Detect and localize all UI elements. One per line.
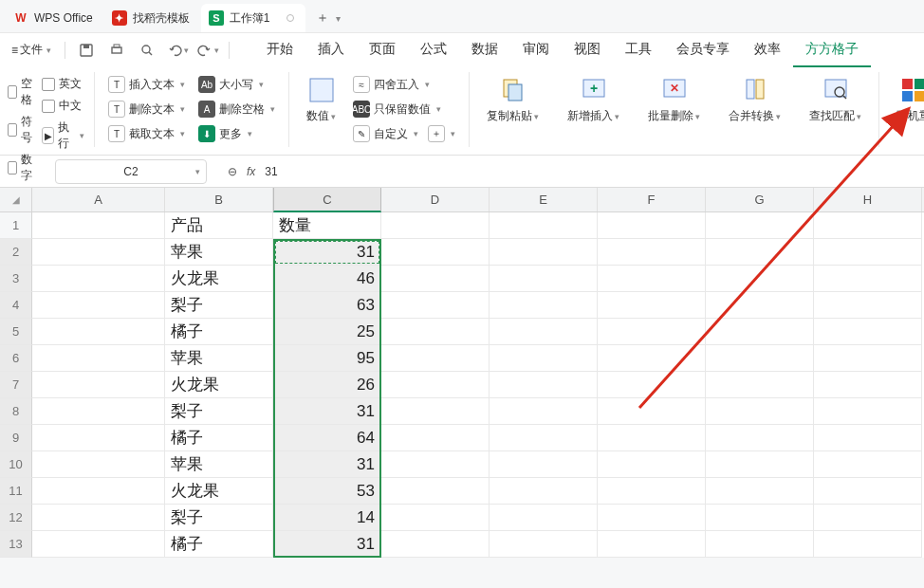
cell-C12[interactable]: 14 xyxy=(273,505,381,531)
cell-B8[interactable]: 梨子 xyxy=(165,398,273,425)
cell-A3[interactable] xyxy=(32,266,165,292)
tab-template[interactable]: ✦ 找稻壳模板 xyxy=(104,4,201,32)
cell-B12[interactable]: 梨子 xyxy=(165,505,273,531)
cell-C4[interactable]: 63 xyxy=(273,292,381,319)
cell-F13[interactable] xyxy=(598,531,706,558)
cell-A5[interactable] xyxy=(32,319,165,345)
cell-E9[interactable] xyxy=(490,425,598,451)
cell-reference-box[interactable]: C2 ▾ xyxy=(55,159,207,184)
btn-keep-values[interactable]: ABC只保留数值▾ xyxy=(349,99,459,119)
cell-E5[interactable] xyxy=(490,319,598,345)
cell-H10[interactable] xyxy=(814,451,922,478)
cell-C13[interactable]: 31 xyxy=(273,531,381,558)
cell-D10[interactable] xyxy=(381,451,490,478)
menu-tab-start[interactable]: 开始 xyxy=(254,33,305,66)
fx-icon[interactable]: fx xyxy=(247,165,255,178)
zoom-out-icon[interactable]: ⊖ xyxy=(228,165,237,178)
col-header-C[interactable]: C xyxy=(273,188,381,212)
cell-F2[interactable] xyxy=(598,239,706,266)
menu-tab-data[interactable]: 数据 xyxy=(459,33,510,66)
cell-E7[interactable] xyxy=(490,372,598,398)
cell-B6[interactable]: 苹果 xyxy=(165,345,273,372)
cell-D9[interactable] xyxy=(381,425,490,451)
col-header-E[interactable]: E xyxy=(490,188,598,211)
cell-H6[interactable] xyxy=(814,345,922,372)
cell-F8[interactable] xyxy=(598,398,706,425)
cell-F1[interactable] xyxy=(598,212,706,239)
cell-A1[interactable] xyxy=(32,212,165,239)
check-english[interactable]: 英文 xyxy=(42,76,84,92)
cell-C8[interactable]: 31 xyxy=(273,398,381,425)
col-header-H[interactable]: H xyxy=(814,188,922,211)
btn-custom[interactable]: ✎自定义▾ ＋▾ xyxy=(349,123,459,144)
cell-H2[interactable] xyxy=(814,239,922,266)
cell-E6[interactable] xyxy=(490,345,598,372)
cell-G7[interactable] xyxy=(706,372,814,398)
cell-G4[interactable] xyxy=(706,292,814,319)
cell-A10[interactable] xyxy=(32,451,165,478)
tab-wps-office[interactable]: W WPS Office xyxy=(6,4,104,32)
cell-D3[interactable] xyxy=(381,266,490,292)
cell-D1[interactable] xyxy=(381,212,490,239)
tab-close-icon[interactable] xyxy=(286,14,294,22)
cell-D2[interactable] xyxy=(381,239,490,266)
row-header[interactable]: 1 xyxy=(0,212,32,239)
row-header[interactable]: 10 xyxy=(0,451,32,478)
cell-A7[interactable] xyxy=(32,372,165,398)
cell-B9[interactable]: 橘子 xyxy=(165,425,273,451)
cell-G13[interactable] xyxy=(706,531,814,558)
cell-H5[interactable] xyxy=(814,319,922,345)
row-header[interactable]: 4 xyxy=(0,292,32,319)
cell-B1[interactable]: 产品 xyxy=(165,212,273,239)
btn-more[interactable]: ⬇更多▾ xyxy=(194,123,279,144)
col-header-F[interactable]: F xyxy=(598,188,706,211)
cell-D13[interactable] xyxy=(381,531,490,558)
cell-E3[interactable] xyxy=(490,266,598,292)
btn-round[interactable]: ≈四舍五入▾ xyxy=(349,74,459,95)
menu-tab-tools[interactable]: 工具 xyxy=(613,33,664,66)
cell-B10[interactable]: 苹果 xyxy=(165,451,273,478)
cell-F7[interactable] xyxy=(598,372,706,398)
preview-button[interactable] xyxy=(134,38,160,63)
check-symbol[interactable]: 符号 xyxy=(8,114,36,146)
check-chinese[interactable]: 中文 xyxy=(42,98,84,114)
print-button[interactable] xyxy=(103,38,130,63)
formula-value[interactable]: 31 xyxy=(265,165,277,178)
cell-B3[interactable]: 火龙果 xyxy=(165,266,273,292)
cell-F9[interactable] xyxy=(598,425,706,451)
add-tab-button[interactable]: ＋ xyxy=(311,7,334,29)
cell-H12[interactable] xyxy=(814,505,922,531)
cell-A4[interactable] xyxy=(32,292,165,319)
check-execute[interactable]: ▶执行▾ xyxy=(42,119,84,152)
cell-E11[interactable] xyxy=(490,478,598,505)
menu-tab-review[interactable]: 审阅 xyxy=(510,33,562,66)
check-space[interactable]: 空格 xyxy=(8,76,36,108)
row-header[interactable]: 12 xyxy=(0,505,32,531)
col-header-G[interactable]: G xyxy=(706,188,814,211)
cell-C6[interactable]: 95 xyxy=(273,345,381,372)
btn-new-insert[interactable]: +新增插入▾ xyxy=(560,72,627,128)
plus-icon[interactable]: ＋ xyxy=(428,125,445,142)
btn-cut-text[interactable]: T截取文本▾ xyxy=(104,123,189,144)
btn-case[interactable]: Ab大小写▾ xyxy=(194,74,279,95)
cell-D7[interactable] xyxy=(381,372,490,398)
menu-tab-member[interactable]: 会员专享 xyxy=(664,33,742,66)
cell-G6[interactable] xyxy=(706,345,814,372)
cell-E13[interactable] xyxy=(490,531,598,558)
chevron-down-icon[interactable]: ▾ xyxy=(195,167,200,176)
menu-tab-formula[interactable]: 公式 xyxy=(408,33,459,66)
cell-D8[interactable] xyxy=(381,398,490,425)
cell-B2[interactable]: 苹果 xyxy=(165,239,273,266)
cell-H7[interactable] xyxy=(814,372,922,398)
cell-F10[interactable] xyxy=(598,451,706,478)
btn-random[interactable]: 随机重 xyxy=(889,72,924,128)
cell-C3[interactable]: 46 xyxy=(273,266,381,292)
cell-G12[interactable] xyxy=(706,505,814,531)
cell-H4[interactable] xyxy=(814,292,922,319)
cell-C11[interactable]: 53 xyxy=(273,478,381,505)
cell-G5[interactable] xyxy=(706,319,814,345)
cell-A9[interactable] xyxy=(32,425,165,451)
cell-G3[interactable] xyxy=(706,266,814,292)
cell-A13[interactable] xyxy=(32,531,165,558)
cell-C10[interactable]: 31 xyxy=(273,451,381,478)
